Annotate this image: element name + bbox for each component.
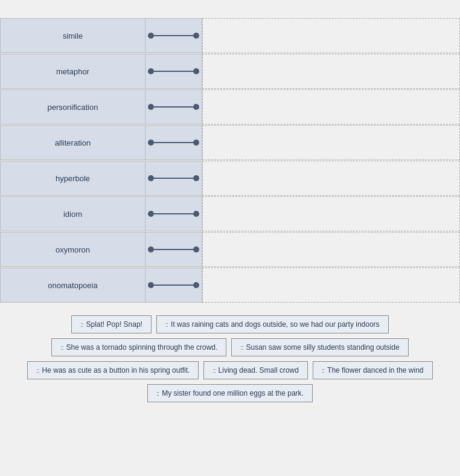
connector-dot-right-personification xyxy=(193,104,199,110)
left-item-oxymoron: oxymoron xyxy=(0,232,202,267)
drag-handle: :: xyxy=(80,321,83,328)
left-column: simile metaphor xyxy=(0,18,202,303)
answer-bank: ::Splat! Pop! Snap!::It was raining cats… xyxy=(0,315,460,402)
connector-dot-right-simile xyxy=(193,33,199,39)
connector-line-simile xyxy=(154,35,193,36)
left-label-personification: personification xyxy=(1,103,145,112)
bank-row-3: ::My sister found one million eggs at th… xyxy=(6,384,454,402)
connector-dot-right-metaphor xyxy=(193,68,199,74)
left-item-alliteration: alliteration xyxy=(0,125,202,160)
connector-dot-left-alliteration xyxy=(148,140,154,146)
connector-line-alliteration xyxy=(154,142,193,143)
drop-target-2[interactable] xyxy=(202,89,460,124)
left-item-onomatopoeia: onomatopoeia xyxy=(0,268,202,303)
bank-item-text: Splat! Pop! Snap! xyxy=(86,320,142,329)
connector-line-idiom xyxy=(154,213,193,214)
bank-item-text: Living dead. Small crowd xyxy=(219,366,299,375)
drag-handle: :: xyxy=(322,367,324,374)
left-label-idiom: idiom xyxy=(1,210,145,219)
bank-item-bank6[interactable]: ::Living dead. Small crowd xyxy=(203,361,308,379)
left-item-hyperbole: hyperbole xyxy=(0,161,202,196)
left-item-idiom: idiom xyxy=(0,196,202,231)
connector-line-metaphor xyxy=(154,71,193,72)
drop-target-4[interactable] xyxy=(202,161,460,196)
left-label-simile: simile xyxy=(1,31,145,40)
drop-target-1[interactable] xyxy=(202,54,460,89)
drag-handle: :: xyxy=(36,367,39,374)
bank-item-text: My sister found one million eggs at the … xyxy=(162,389,304,397)
bank-row-2: ::He was as cute as a button in his spri… xyxy=(6,361,454,379)
connector-dot-right-alliteration xyxy=(193,140,199,146)
left-label-oxymoron: oxymoron xyxy=(1,245,145,254)
connector-line-personification xyxy=(154,106,193,108)
drag-handle: :: xyxy=(165,321,168,328)
drop-target-3[interactable] xyxy=(202,125,460,160)
bank-item-bank8[interactable]: ::My sister found one million eggs at th… xyxy=(147,384,313,402)
left-label-onomatopoeia: onomatopoeia xyxy=(1,281,145,290)
left-item-metaphor: metaphor xyxy=(0,54,202,89)
right-column xyxy=(202,18,460,303)
bank-item-bank3[interactable]: ::She was a tornado spinning through the… xyxy=(51,338,226,356)
left-label-alliteration: alliteration xyxy=(1,138,145,147)
connector-dot-right-hyperbole xyxy=(193,175,199,181)
left-label-metaphor: metaphor xyxy=(1,67,145,76)
connector-dot-left-metaphor xyxy=(148,68,154,74)
bank-item-bank1[interactable]: ::Splat! Pop! Snap! xyxy=(71,315,152,333)
drop-target-6[interactable] xyxy=(202,232,460,267)
drag-handle: :: xyxy=(212,367,215,374)
connector-dot-left-simile xyxy=(148,33,154,39)
connector-dot-left-personification xyxy=(148,104,154,110)
bank-item-text: Susan saw some silly students standing o… xyxy=(246,343,399,352)
drop-target-5[interactable] xyxy=(202,196,460,231)
connector-dot-left-oxymoron xyxy=(148,246,154,252)
left-label-hyperbole: hyperbole xyxy=(1,174,145,183)
bank-item-text: It was raining cats and dogs outside, so… xyxy=(171,320,380,329)
bank-item-bank4[interactable]: ::Susan saw some silly students standing… xyxy=(231,338,408,356)
drag-handle: :: xyxy=(240,344,243,351)
connector-line-onomatopoeia xyxy=(154,285,193,286)
connector-dot-left-hyperbole xyxy=(148,175,154,181)
instruction-text xyxy=(0,6,460,18)
bank-row-0: ::Splat! Pop! Snap!::It was raining cats… xyxy=(6,315,454,333)
bank-row-1: ::She was a tornado spinning through the… xyxy=(6,338,454,356)
connector-line-hyperbole xyxy=(154,178,193,179)
left-item-simile: simile xyxy=(0,18,202,53)
bank-item-bank5[interactable]: ::He was as cute as a button in his spri… xyxy=(27,361,199,379)
connector-dot-left-onomatopoeia xyxy=(148,282,154,288)
matching-area: simile metaphor xyxy=(0,18,460,303)
connector-dot-right-idiom xyxy=(193,211,199,217)
bank-item-bank2[interactable]: ::It was raining cats and dogs outside, … xyxy=(156,315,389,333)
connector-line-oxymoron xyxy=(154,249,193,250)
connector-dot-right-onomatopoeia xyxy=(193,282,199,288)
connector-dot-left-idiom xyxy=(148,211,154,217)
drop-target-7[interactable] xyxy=(202,268,460,303)
bank-item-text: She was a tornado spinning through the c… xyxy=(66,343,218,352)
connector-dot-right-oxymoron xyxy=(193,246,199,252)
bank-item-text: The flower danced in the wind xyxy=(327,366,423,375)
bank-item-bank7[interactable]: ::The flower danced in the wind xyxy=(313,361,433,379)
drag-handle: :: xyxy=(60,344,63,351)
left-item-personification: personification xyxy=(0,89,202,124)
bank-item-text: He was as cute as a button in his spring… xyxy=(42,366,190,375)
page-container: simile metaphor xyxy=(0,0,460,476)
drop-target-0[interactable] xyxy=(202,18,460,53)
drag-handle: :: xyxy=(156,390,159,397)
